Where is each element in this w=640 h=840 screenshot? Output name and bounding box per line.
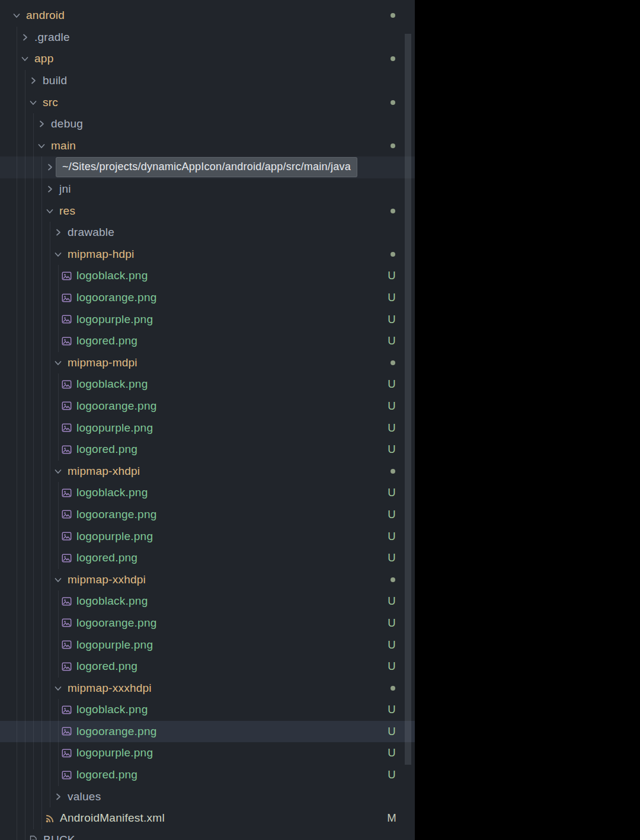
git-status-badge: U xyxy=(385,443,398,456)
git-status-badge: U xyxy=(385,551,398,564)
chevron-down-icon[interactable] xyxy=(52,465,64,477)
indent-guide xyxy=(17,27,17,840)
tree-item-logopurple-png[interactable]: logopurple.pngU xyxy=(0,308,415,330)
tree-item-logopurple-png[interactable]: logopurple.pngU xyxy=(0,634,415,656)
image-icon xyxy=(60,270,72,282)
item-label: .gradle xyxy=(34,31,70,44)
changes-dot-badge xyxy=(391,252,395,257)
chevron-down-icon[interactable] xyxy=(36,140,47,152)
changes-dot-badge xyxy=(391,469,395,474)
tree-item-mipmap-xxxhdpi[interactable]: mipmap-xxxhdpi xyxy=(0,677,415,699)
git-status-badge: U xyxy=(385,660,398,673)
chevron-right-icon[interactable] xyxy=(19,31,31,43)
tree-item-logoblack-png[interactable]: logoblack.pngU xyxy=(0,699,415,721)
tree-item-logoorange-png[interactable]: logoorange.pngU xyxy=(0,612,415,634)
tree-item-logored-png[interactable]: logored.pngU xyxy=(0,764,415,786)
chevron-down-icon[interactable] xyxy=(27,97,39,108)
tree-item-logoorange-png[interactable]: logoorange.pngU xyxy=(0,504,415,526)
tree-item-java[interactable]: ~/Sites/projects/dynamicAppIcon/android/… xyxy=(0,156,415,178)
tree-item-mipmap-mdpi[interactable]: mipmap-mdpi xyxy=(0,352,415,374)
tree-item-logoorange-png[interactable]: logoorange.pngU xyxy=(0,721,415,743)
chevron-right-icon[interactable] xyxy=(52,791,64,803)
tree-item-logopurple-png[interactable]: logopurple.pngU xyxy=(0,525,415,547)
item-label: logoblack.png xyxy=(76,378,148,391)
tree-item-main[interactable]: main xyxy=(0,135,415,157)
tree-item-mipmap-xhdpi[interactable]: mipmap-xhdpi xyxy=(0,460,415,482)
tree-item-drawable[interactable]: drawable xyxy=(0,222,415,244)
changes-dot-badge xyxy=(391,209,395,213)
tree-item-androidmanifest-xml[interactable]: AndroidManifest.xmlM xyxy=(0,807,415,829)
tree-item-logoblack-png[interactable]: logoblack.pngU xyxy=(0,265,415,287)
item-label: values xyxy=(68,790,101,803)
item-label: drawable xyxy=(68,226,114,239)
item-label: mipmap-xxhdpi xyxy=(68,573,146,586)
tree-item-app[interactable]: app xyxy=(0,48,415,70)
chevron-down-icon[interactable] xyxy=(44,205,56,217)
item-label: mipmap-xxxhdpi xyxy=(68,682,152,695)
image-icon xyxy=(60,400,72,412)
chevron-down-icon[interactable] xyxy=(52,574,64,586)
chevron-down-icon[interactable] xyxy=(52,357,64,369)
tree-item-build[interactable]: build xyxy=(0,70,415,92)
tree-item-jni[interactable]: jni xyxy=(0,178,415,200)
file-tree: android.gradleappbuildsrcdebugmain~/Site… xyxy=(0,5,415,840)
chevron-right-icon[interactable] xyxy=(27,75,39,87)
tree-item-buck[interactable]: BUCK xyxy=(0,829,415,840)
chevron-right-icon[interactable] xyxy=(44,161,56,173)
git-status-badge: U xyxy=(385,291,398,304)
chevron-down-icon[interactable] xyxy=(19,53,31,65)
image-icon xyxy=(60,726,72,737)
item-label: logoblack.png xyxy=(76,486,148,499)
changes-dot-badge xyxy=(391,577,395,582)
tree-item-logoorange-png[interactable]: logoorange.pngU xyxy=(0,395,415,417)
indent-guide xyxy=(33,113,34,829)
item-label: mipmap-xhdpi xyxy=(68,465,140,478)
tree-item-res[interactable]: res xyxy=(0,200,415,222)
item-label: main xyxy=(51,139,76,152)
tree-item-logoorange-png[interactable]: logoorange.pngU xyxy=(0,287,415,309)
chevron-right-icon[interactable] xyxy=(44,183,56,195)
tree-item-logoblack-png[interactable]: logoblack.pngU xyxy=(0,590,415,612)
item-label: res xyxy=(59,205,75,218)
item-label: mipmap-hdpi xyxy=(68,248,135,261)
item-label: logopurple.png xyxy=(76,530,153,543)
changes-dot-badge xyxy=(391,100,395,105)
tree-item-logoblack-png[interactable]: logoblack.pngU xyxy=(0,482,415,504)
chevron-down-icon[interactable] xyxy=(52,248,64,260)
item-label: logoblack.png xyxy=(76,703,148,716)
tree-item-src[interactable]: src xyxy=(0,91,415,113)
tree-item-logored-png[interactable]: logored.pngU xyxy=(0,656,415,678)
image-icon xyxy=(60,660,72,672)
tree-item-android[interactable]: android xyxy=(0,5,415,27)
chevron-right-icon[interactable] xyxy=(52,226,64,238)
tree-item-logored-png[interactable]: logored.pngU xyxy=(0,330,415,352)
item-label: app xyxy=(34,52,53,65)
changes-dot-badge xyxy=(391,686,395,691)
tree-item-logopurple-png[interactable]: logopurple.pngU xyxy=(0,742,415,764)
tree-item-debug[interactable]: debug xyxy=(0,113,415,135)
image-icon xyxy=(60,552,72,564)
item-label: mipmap-mdpi xyxy=(68,356,137,369)
item-label: android xyxy=(26,9,65,22)
vertical-scrollbar[interactable] xyxy=(405,34,411,765)
chevron-right-icon[interactable] xyxy=(36,118,47,130)
chevron-down-icon[interactable] xyxy=(52,682,64,694)
tree-item-mipmap-xxhdpi[interactable]: mipmap-xxhdpi xyxy=(0,568,415,590)
tree-item-mipmap-hdpi[interactable]: mipmap-hdpi xyxy=(0,244,415,266)
tree-item-logoblack-png[interactable]: logoblack.pngU xyxy=(0,373,415,395)
item-label: logored.png xyxy=(76,443,137,456)
changes-dot-badge xyxy=(391,360,395,365)
chevron-down-icon[interactable] xyxy=(11,9,23,21)
item-label: logopurple.png xyxy=(76,638,153,651)
image-icon xyxy=(60,335,72,347)
tree-item-logored-png[interactable]: logored.pngU xyxy=(0,547,415,569)
indent-guide xyxy=(58,482,59,568)
tree-item--gradle[interactable]: .gradle xyxy=(0,27,415,49)
tree-item-values[interactable]: values xyxy=(0,785,415,807)
tree-item-logored-png[interactable]: logored.pngU xyxy=(0,439,415,461)
item-label: logoorange.png xyxy=(76,508,157,521)
git-status-badge: U xyxy=(385,746,398,759)
git-status-badge: U xyxy=(385,313,398,326)
tree-item-logopurple-png[interactable]: logopurple.pngU xyxy=(0,417,415,439)
image-icon xyxy=(60,487,72,499)
